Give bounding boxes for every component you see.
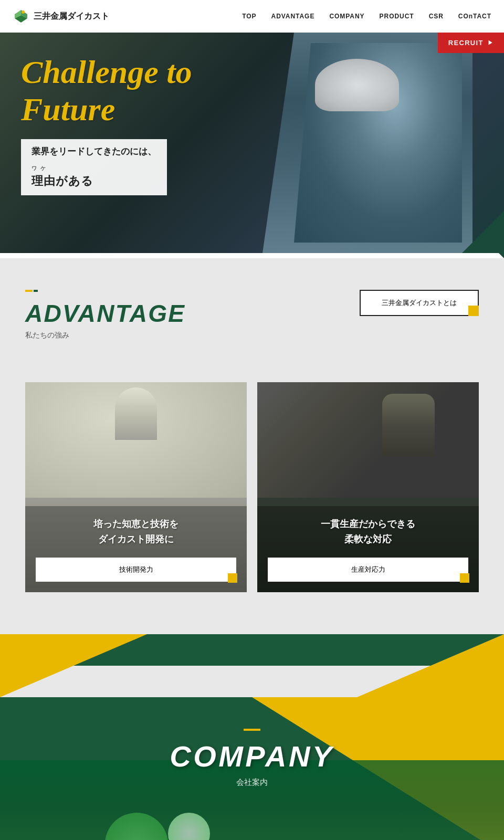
- logo-icon: [13, 8, 29, 25]
- card2-btn-label: 生産対応力: [351, 565, 385, 574]
- advantage-header: ADVANTAGE 私たちの強み 三井金属ダイカストとは: [25, 290, 479, 361]
- card2-text: 一貫生産だからできる 柔軟な対応: [268, 517, 468, 547]
- advantage-card-2[interactable]: 一貫生産だからできる 柔軟な対応 生産対応力: [257, 382, 479, 592]
- yellow-tri-left: [0, 634, 147, 697]
- logo-area: 三井金属ダイカスト: [13, 8, 109, 25]
- card1-button[interactable]: 技術開発力: [36, 558, 236, 582]
- mitsui-link-label: 三井金属ダイカストとは: [382, 298, 457, 308]
- hero-helmet: [315, 59, 399, 111]
- card2-button[interactable]: 生産対応力: [268, 558, 468, 582]
- advantage-card-1[interactable]: 培った知恵と技術を ダイカスト開発に 技術開発力: [25, 382, 247, 592]
- hero-section: RECRUIT Challenge to Future 業界をリードしてきたのに…: [0, 33, 504, 253]
- card2-text-line2: 柔軟な対応: [344, 534, 392, 544]
- company-content: COMPANY 会社案内: [0, 697, 504, 788]
- company-title-en: COMPANY: [0, 739, 504, 773]
- nav-csr[interactable]: CSR: [429, 13, 444, 20]
- hero-title-line2: Future: [21, 91, 192, 128]
- advantage-title-en: ADVANTAGE: [25, 299, 185, 328]
- company-title-ja: 会社案内: [0, 778, 504, 788]
- recruit-button[interactable]: RECRUIT: [438, 33, 504, 53]
- hero-subtitle-line2: ワ ケ 理由がある: [32, 160, 156, 189]
- hero-subtitle-box: 業界をリードしてきたのには、 ワ ケ 理由がある: [21, 139, 167, 195]
- card1-overlay: 培った知恵と技術を ダイカスト開発に 技術開発力: [25, 506, 247, 592]
- company-section: COMPANY 会社案内: [0, 697, 504, 840]
- card2-worker-figure: [257, 382, 479, 498]
- advantage-cards: 培った知恵と技術を ダイカスト開発に 技術開発力 一貫生産だからできる 柔軟な対…: [25, 382, 479, 592]
- hero-ruby: ワ ケ: [32, 165, 47, 171]
- main-nav: TOP ADVANTAGE COMPANY PRODUCT CSR COnTAC…: [242, 13, 491, 20]
- nav-product[interactable]: PRODUCT: [380, 13, 414, 20]
- advantage-title-ja: 私たちの強み: [25, 331, 185, 340]
- nav-contact[interactable]: COnTACT: [458, 13, 491, 20]
- hero-subtitle-text: 理由がある: [32, 174, 94, 187]
- nav-advantage[interactable]: ADVANTAGE: [271, 13, 315, 20]
- nav-top[interactable]: TOP: [242, 13, 256, 20]
- gap-white: [0, 253, 504, 258]
- gap-triangle: [483, 237, 504, 258]
- card2-text-line1: 一貫生産だからできる: [321, 519, 415, 529]
- recruit-label: RECRUIT: [448, 39, 484, 47]
- card1-text: 培った知恵と技術を ダイカスト開発に: [36, 517, 236, 547]
- hero-subtitle-line1: 業界をリードしてきたのには、: [32, 145, 156, 158]
- accent-green: [34, 290, 38, 292]
- hero-title-line1: Challenge to: [21, 54, 192, 91]
- transition-area: [0, 634, 504, 697]
- card1-btn-label: 技術開発力: [119, 565, 153, 574]
- hero-title: Challenge to Future: [21, 54, 192, 129]
- mitsui-link-button[interactable]: 三井金属ダイカストとは: [360, 290, 479, 316]
- yellow-tri-right: [357, 634, 504, 697]
- card1-worker-figure: [25, 382, 247, 498]
- advantage-title-block: ADVANTAGE 私たちの強み: [25, 290, 185, 361]
- card1-text-line2: ダイカスト開発に: [98, 534, 174, 544]
- nav-company[interactable]: COMPANY: [329, 13, 364, 20]
- accent-yellow: [25, 290, 33, 292]
- card2-overlay: 一貫生産だからできる 柔軟な対応 生産対応力: [257, 506, 479, 592]
- svg-point-3: [22, 10, 25, 14]
- header: 三井金属ダイカスト TOP ADVANTAGE COMPANY PRODUCT …: [0, 0, 504, 33]
- logo-text: 三井金属ダイカスト: [34, 11, 109, 22]
- hero-content: Challenge to Future 業界をリードしてきたのには、 ワ ケ 理…: [21, 54, 192, 195]
- card1-text-line1: 培った知恵と技術を: [93, 519, 178, 529]
- advantage-section: ADVANTAGE 私たちの強み 三井金属ダイカストとは 培った知恵と技術を ダ…: [0, 258, 504, 634]
- section-accent-lines: [25, 290, 185, 292]
- company-accent-line: [244, 729, 260, 731]
